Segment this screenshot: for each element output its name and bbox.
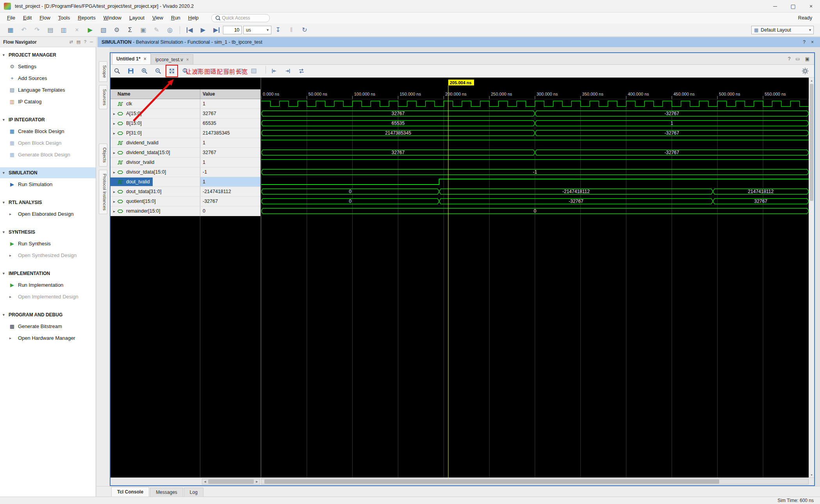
- minimize-button[interactable]: ─: [766, 0, 784, 12]
- vertical-scrollbar[interactable]: ▲ ▼: [809, 78, 814, 477]
- side-tab-objects[interactable]: Objects: [99, 144, 107, 167]
- flow-item-open-elaborated-design[interactable]: ▸Open Elaborated Design: [0, 208, 96, 220]
- undo-icon[interactable]: ↶: [17, 25, 30, 35]
- paste-icon[interactable]: ▥: [57, 25, 70, 35]
- editor-tab-ipcore-test-v[interactable]: ipcore_test.v×: [151, 54, 193, 64]
- signal-row-dout-tvalid[interactable]: dout_tvalid1: [111, 177, 260, 187]
- signal-row-b-15-0[interactable]: ▸B[15:0]65535: [111, 119, 260, 128]
- scroll-down-icon[interactable]: ▼: [809, 472, 814, 477]
- swap-cursor-icon[interactable]: [296, 66, 307, 76]
- probe-icon[interactable]: ◎: [163, 25, 176, 35]
- zoom-in-icon[interactable]: [139, 66, 150, 76]
- ctx-help-icon[interactable]: ?: [803, 39, 806, 45]
- flow-item-run-synthesis[interactable]: ▶Run Synthesis: [0, 238, 96, 249]
- board-icon[interactable]: ▣: [137, 25, 150, 35]
- flow-item-add-sources[interactable]: +Add Sources: [0, 72, 96, 84]
- expand-chevron-icon[interactable]: ▸: [111, 112, 117, 116]
- expand-chevron-icon[interactable]: ▸: [111, 121, 117, 126]
- fn-toggle-icon[interactable]: ⇄: [69, 39, 73, 44]
- menu-tools[interactable]: Tools: [54, 12, 74, 23]
- fn-collapse-icon[interactable]: ─: [90, 39, 93, 44]
- fn-help-icon[interactable]: ?: [84, 39, 86, 44]
- expand-chevron-icon[interactable]: ▸: [111, 190, 117, 194]
- run-for-time-icon[interactable]: ▶: [210, 25, 223, 35]
- flow-section-header-simulation[interactable]: ▾SIMULATION: [0, 167, 96, 178]
- signal-row-dividend-tdata-15-0[interactable]: ▸dividend_tdata[15:0]32767: [111, 148, 260, 158]
- flow-item-run-implementation[interactable]: ▶Run Implementation: [0, 279, 96, 291]
- scroll-right-icon[interactable]: ▶: [254, 480, 260, 483]
- zoom-fit-icon[interactable]: [167, 66, 177, 76]
- signal-row-divisor-tvalid[interactable]: divisor_tvalid1: [111, 158, 260, 167]
- table-horizontal-scrollbar[interactable]: ◀ ▶: [202, 479, 260, 484]
- side-tab-scope[interactable]: Scope: [99, 61, 107, 82]
- sigma-icon[interactable]: Σ: [123, 25, 137, 35]
- expand-chevron-icon[interactable]: ▸: [111, 151, 117, 155]
- tab-close-icon[interactable]: ×: [186, 57, 189, 62]
- menu-file[interactable]: File: [3, 12, 19, 23]
- pause-icon[interactable]: ‖: [285, 25, 298, 35]
- signal-row-remainder-15-0[interactable]: ▸remainder[15:0]0: [111, 206, 260, 216]
- editor-float-icon[interactable]: ▭: [795, 56, 800, 62]
- value-column-header[interactable]: Value: [200, 89, 260, 99]
- settings-gear-icon[interactable]: ⚙: [110, 25, 123, 35]
- step-icon[interactable]: ↧: [271, 25, 285, 35]
- run-all-icon[interactable]: ▶: [196, 25, 210, 35]
- signal-row-clk[interactable]: clk1: [111, 99, 260, 109]
- goto-first-transition-icon[interactable]: [269, 66, 279, 76]
- time-unit-select[interactable]: us ▾: [243, 26, 271, 34]
- console-tab-log[interactable]: Log: [184, 488, 203, 497]
- menu-flow[interactable]: Flow: [36, 12, 54, 23]
- waveform-canvas[interactable]: 0.000 ns50.000 ns100.000 ns150.000 ns200…: [261, 78, 809, 477]
- close-button[interactable]: ×: [802, 0, 820, 12]
- signal-row-p-31-0[interactable]: ▸P[31:0]2147385345: [111, 128, 260, 138]
- float-ruler-icon[interactable]: [249, 66, 259, 76]
- flow-item-open-hardware-manager[interactable]: ▸Open Hardware Manager: [0, 332, 96, 344]
- console-tab-tcl-console[interactable]: Tcl Console: [111, 487, 149, 497]
- relaunch-icon[interactable]: ↻: [298, 25, 311, 35]
- menu-edit[interactable]: Edit: [19, 12, 36, 23]
- restart-sim-icon[interactable]: ◀: [183, 25, 196, 35]
- maximize-button[interactable]: ▢: [784, 0, 802, 12]
- flow-item-generate-bitstream[interactable]: ▩Generate Bitstream: [0, 320, 96, 332]
- flow-section-header-implementation[interactable]: ▾IMPLEMENTATION: [0, 268, 96, 279]
- vertical-scrollbar-thumb[interactable]: [810, 84, 813, 201]
- goto-last-transition-icon[interactable]: [283, 66, 293, 76]
- expand-chevron-icon[interactable]: ▸: [111, 199, 117, 204]
- signal-row-a-15-0[interactable]: ▸A[15:0]32767: [111, 109, 260, 119]
- scroll-up-icon[interactable]: ▲: [809, 78, 814, 83]
- console-tab-messages[interactable]: Messages: [150, 488, 183, 497]
- table-scrollbar-thumb[interactable]: [208, 479, 254, 484]
- open-project-icon[interactable]: ▦: [4, 25, 17, 35]
- menu-reports[interactable]: Reports: [74, 12, 100, 23]
- expand-chevron-icon[interactable]: ▸: [111, 131, 117, 135]
- flow-item-run-simulation[interactable]: ▶Run Simulation: [0, 178, 96, 190]
- edit-icon[interactable]: ✎: [150, 25, 163, 35]
- flow-section-header-rtl-analysis[interactable]: ▾RTL ANALYSIS: [0, 197, 96, 208]
- layout-selector[interactable]: ▦ Default Layout ▾: [751, 26, 814, 34]
- expand-chevron-icon[interactable]: ▸: [111, 209, 117, 213]
- scroll-left-icon[interactable]: ◀: [202, 480, 208, 483]
- menu-view[interactable]: View: [148, 12, 167, 23]
- name-column-header[interactable]: Name: [111, 89, 200, 99]
- signal-row-dividend-tvalid[interactable]: dividend_tvalid1: [111, 138, 260, 148]
- menu-layout[interactable]: Layout: [125, 12, 148, 23]
- flow-section-header-ip-integrator[interactable]: ▾IP INTEGRATOR: [0, 114, 96, 125]
- redo-icon[interactable]: ↷: [30, 25, 44, 35]
- editor-maximize-icon[interactable]: ▣: [805, 56, 809, 62]
- editor-help-icon[interactable]: ?: [788, 56, 791, 62]
- flow-item-settings[interactable]: ⚙Settings: [0, 60, 96, 72]
- menu-window[interactable]: Window: [100, 12, 125, 23]
- flow-section-header-program-and-debug[interactable]: ▾PROGRAM AND DEBUG: [0, 309, 96, 320]
- wave-scrollbar-thumb[interactable]: [264, 479, 719, 484]
- flow-section-header-project-manager[interactable]: ▾PROJECT MANAGER: [0, 50, 96, 60]
- ctx-close-icon[interactable]: ×: [811, 39, 814, 45]
- flow-item-create-block-design[interactable]: ▦Create Block Design: [0, 125, 96, 137]
- menu-run[interactable]: Run: [167, 12, 184, 23]
- signal-row-quotient-15-0[interactable]: ▸quotient[15:0]-32767: [111, 197, 260, 206]
- side-tab-protocol-instances[interactable]: Protocol Instances: [99, 170, 107, 215]
- signal-row-divisor-tdata-15-0[interactable]: ▸divisor_tdata[15:0]-1: [111, 167, 260, 177]
- timing-icon[interactable]: ▧: [97, 25, 110, 35]
- quick-access-search[interactable]: Quick Access: [211, 14, 270, 22]
- flow-item-language-templates[interactable]: ▤Language Templates: [0, 84, 96, 96]
- find-icon[interactable]: [112, 66, 122, 76]
